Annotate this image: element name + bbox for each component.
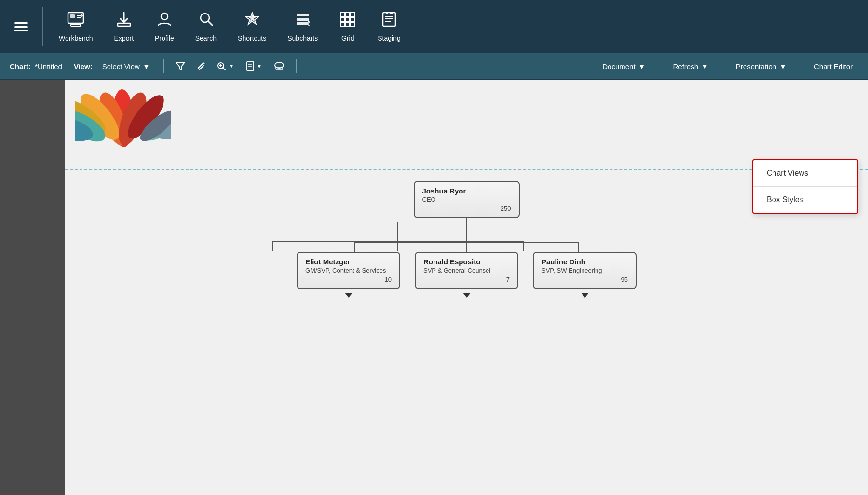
nav-shortcuts[interactable]: Shortcuts: [227, 7, 277, 47]
svg-line-10: [208, 21, 212, 25]
arrow-down-0: [297, 293, 400, 298]
svg-line-38: [223, 68, 226, 70]
connector-right: [578, 242, 579, 252]
search-icon: [199, 12, 213, 30]
nav-profile[interactable]: Profile: [144, 7, 185, 47]
svg-rect-20: [346, 13, 350, 16]
svg-rect-25: [341, 22, 345, 26]
nav-export[interactable]: Export: [104, 7, 144, 47]
workbench-label: Workbench: [59, 34, 93, 42]
zoom-button[interactable]: ▼: [213, 59, 238, 73]
document-button[interactable]: Document ▼: [597, 60, 651, 73]
ceo-count: 250: [422, 205, 511, 212]
svg-point-8: [161, 13, 168, 20]
report2-name: Pauline Dinh: [542, 258, 628, 266]
export-icon: [117, 12, 131, 30]
document-label: Document: [602, 62, 635, 70]
dropdown-box-styles[interactable]: Box Styles: [753, 187, 857, 213]
hamburger-menu[interactable]: [5, 17, 38, 36]
svg-line-35: [202, 63, 203, 64]
search-label: Search: [195, 34, 217, 42]
presentation-button[interactable]: Presentation ▼: [730, 60, 792, 73]
svg-marker-34: [176, 62, 185, 70]
org-chart: Joshua Ryor CEO 250 Eliot Metzger GM/SVP…: [65, 181, 868, 298]
org-box-report-1: Ronald Esposito SVP & General Counsel 7: [415, 252, 518, 289]
report0-count: 10: [305, 276, 392, 283]
chart-label: Chart:: [10, 62, 31, 70]
profile-label: Profile: [155, 34, 174, 42]
refresh-label: Refresh: [673, 62, 698, 70]
nav-search[interactable]: Search: [185, 7, 227, 47]
svg-rect-14: [297, 18, 309, 21]
top-navigation: Workbench Export Profile Search: [0, 0, 868, 53]
left-sidebar: [0, 80, 65, 495]
staging-icon: [382, 12, 396, 30]
toolbar-separator-2: [296, 59, 297, 73]
hat-button[interactable]: [270, 59, 288, 73]
toolbar: Chart: *Untitled View: Select View ▼ ▼: [0, 53, 868, 80]
ceo-name: Joshua Ryor: [422, 187, 511, 195]
edit-button[interactable]: [193, 59, 209, 73]
nav-grid[interactable]: Grid: [328, 7, 367, 47]
dashed-separator: [65, 169, 868, 170]
org-box-ceo: Joshua Ryor CEO 250: [414, 181, 520, 218]
nav-subcharts[interactable]: Subcharts: [277, 7, 328, 47]
svg-rect-22: [341, 17, 345, 21]
connector-center: [466, 242, 467, 252]
svg-rect-19: [341, 13, 345, 16]
chart-editor-label: Chart Editor: [814, 62, 853, 70]
report1-name: Ronald Esposito: [423, 258, 510, 266]
org-box-wrapper-2: Ronald Esposito SVP & General Counsel 7: [415, 252, 518, 298]
refresh-caret: ▼: [701, 62, 708, 70]
refresh-button[interactable]: Refresh ▼: [667, 60, 714, 73]
select-view-label: Select View: [102, 62, 140, 70]
select-view-button[interactable]: Select View ▼: [96, 60, 156, 73]
svg-line-36: [203, 63, 204, 64]
org-box-report-0: Eliot Metzger GM/SVP, Content & Services…: [297, 252, 400, 289]
report0-name: Eliot Metzger: [305, 258, 392, 266]
shortcuts-icon: [245, 12, 259, 30]
nav-workbench[interactable]: Workbench: [48, 7, 104, 47]
svg-rect-4: [70, 14, 75, 18]
page-button[interactable]: ▼: [242, 59, 266, 73]
chart-name: *Untitled: [35, 62, 62, 70]
grid-label: Grid: [341, 34, 354, 42]
dropdown-chart-views[interactable]: Chart Views: [753, 160, 857, 186]
toolbar-separator-4: [722, 59, 722, 73]
nav-staging[interactable]: Staging: [367, 7, 411, 47]
chart-editor-button[interactable]: Chart Editor: [808, 60, 858, 73]
zoom-caret: ▼: [229, 63, 234, 69]
svg-rect-23: [346, 17, 350, 21]
toolbar-separator-5: [800, 59, 800, 73]
toolbar-separator-3: [659, 59, 659, 73]
svg-rect-13: [297, 14, 309, 16]
subcharts-label: Subcharts: [287, 34, 318, 42]
presentation-label: Presentation: [736, 62, 776, 70]
export-label: Export: [114, 34, 134, 42]
org-box-wrapper-1: Eliot Metzger GM/SVP, Content & Services…: [297, 252, 400, 298]
nav-divider-1: [42, 7, 43, 46]
report1-count: 7: [423, 276, 510, 283]
svg-rect-32: [386, 12, 388, 14]
canvas-area: Joshua Ryor CEO 250 Eliot Metzger GM/SVP…: [65, 80, 868, 495]
connector-left: [354, 242, 355, 252]
arrow-down-1: [415, 293, 518, 298]
main-area: Joshua Ryor CEO 250 Eliot Metzger GM/SVP…: [0, 80, 868, 495]
ceo-title: CEO: [422, 196, 511, 203]
report2-title: SVP, SW Engineering: [542, 267, 628, 274]
org-box-report-2: Pauline Dinh SVP, SW Engineering 95: [533, 252, 637, 289]
report1-title: SVP & General Counsel: [423, 267, 510, 274]
select-view-caret: ▼: [143, 62, 150, 70]
svg-rect-41: [247, 62, 254, 70]
shortcuts-label: Shortcuts: [238, 34, 266, 42]
svg-rect-24: [351, 17, 354, 21]
workbench-icon: [67, 12, 84, 30]
view-label: View:: [74, 62, 93, 70]
grid-icon: [340, 12, 355, 30]
report0-title: GM/SVP, Content & Services: [305, 267, 392, 274]
filter-button[interactable]: [172, 59, 189, 73]
subcharts-icon: [296, 12, 310, 30]
logo-area: [75, 89, 171, 176]
staging-label: Staging: [378, 34, 400, 42]
page-caret: ▼: [257, 63, 262, 69]
